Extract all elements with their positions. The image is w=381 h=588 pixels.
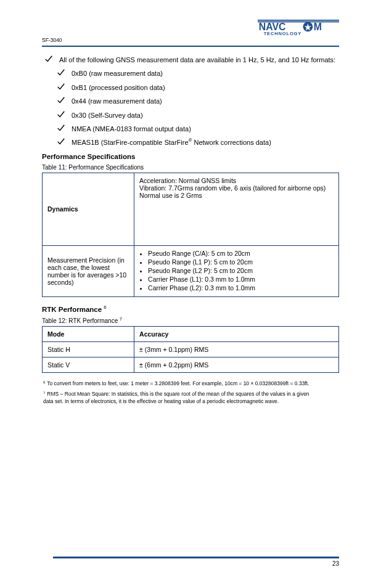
cell-accuracy: ± (6mm + 0.2ppm) RMS	[134, 357, 339, 372]
svg-rect-0	[258, 20, 339, 21]
list-item: 0xB1 (processed position data)	[57, 83, 339, 92]
list-item: 0x44 (raw measurement data)	[57, 97, 339, 106]
list-item: Pseudo Range (L2 P): 5 cm to 20cm	[148, 267, 334, 274]
list-item: Pseudo Range (L1 P): 5 cm to 20cm	[148, 258, 334, 266]
table2-caption-text: Table 12: RTK Performance	[42, 317, 118, 324]
footnote-ref-7: 7	[120, 317, 122, 321]
bullet-text: MEAS1B (StarFire-compatible StarFire	[72, 139, 189, 146]
dynamics-text: Acceleration: Normal GNSS limits Vibrati…	[139, 177, 334, 199]
bullet-text: 0xB0 (raw measurement data)	[72, 70, 163, 77]
col-mode: Mode	[43, 326, 134, 341]
checkmark-icon	[57, 96, 65, 105]
bullet-text: 0xB1 (processed position data)	[72, 84, 165, 91]
table-header-row: Mode Accuracy	[43, 326, 339, 341]
intro-bullet-list: All of the following GNSS measurement da…	[44, 55, 339, 65]
footnote-7: ⁷ RMS – Root Mean Square: In statistics,…	[43, 391, 321, 405]
page-number: 23	[0, 560, 339, 567]
table-row: Static V ± (6mm + 0.2ppm) RMS	[43, 357, 339, 372]
bullet-text-cont: Network corrections data)	[194, 139, 271, 146]
checkmark-icon	[44, 55, 53, 63]
list-item: NMEA (NMEA-0183 format output data)	[57, 125, 339, 134]
rtk-performance-table: Mode Accuracy Static H ± (3mm + 0.1ppm) …	[42, 326, 339, 373]
table1-caption: Table 11: Performance Specifications	[42, 164, 339, 171]
section-heading-rtk: RTK Performance 6	[42, 304, 339, 313]
table-row: Static H ± (3mm + 0.1ppm) RMS	[43, 341, 339, 357]
header-rule	[42, 46, 339, 47]
sub-bullet-list: 0xB0 (raw measurement data) 0xB1 (proces…	[57, 69, 339, 147]
list-item: Pseudo Range (C/A): 5 cm to 20cm	[148, 250, 334, 257]
page-header: SF-3040 NAVC M TECHNOLOGY	[42, 26, 339, 43]
measurement-list: Pseudo Range (C/A): 5 cm to 20cm Pseudo …	[148, 250, 334, 292]
bullet-text: NMEA (NMEA-0183 format output data)	[72, 125, 191, 133]
list-item: Carrier Phase (L2): 0.3 mm to 1.0mm	[148, 284, 334, 292]
rtk-heading-text: RTK Performance	[42, 306, 102, 313]
list-item: MEAS1B (StarFire-compatible StarFire® Ne…	[57, 138, 339, 147]
performance-spec-table: Dynamics Acceleration: Normal GNSS limit…	[42, 173, 339, 297]
checkmark-icon	[57, 137, 65, 146]
list-item: All of the following GNSS measurement da…	[44, 55, 339, 65]
cell-mode: Static H	[43, 341, 134, 357]
section-heading-performance: Performance Specifications	[42, 153, 339, 160]
registered-mark: ®	[189, 138, 192, 144]
cell-accuracy: ± (3mm + 0.1ppm) RMS	[134, 341, 339, 357]
svg-text:M: M	[314, 22, 322, 32]
checkmark-icon	[57, 68, 65, 77]
model-label: SF-3040	[42, 37, 62, 43]
cell-label: Measurement Precision (in each case, the…	[43, 245, 134, 296]
footer-rule	[53, 557, 339, 558]
checkmark-icon	[57, 83, 65, 91]
cell-mode: Static V	[43, 357, 134, 372]
col-accuracy: Accuracy	[134, 326, 339, 341]
checkmark-icon	[57, 110, 65, 119]
cell-value: Pseudo Range (C/A): 5 cm to 20cm Pseudo …	[134, 245, 339, 296]
svg-text:NAVC: NAVC	[259, 22, 286, 32]
list-item: Carrier Phase (L1): 0.3 mm to 1.0mm	[148, 276, 334, 283]
measurement-label: Measurement Precision (in each case, the…	[47, 256, 126, 286]
cell-value: Acceleration: Normal GNSS limits Vibrati…	[134, 173, 339, 245]
list-item: 0xB0 (raw measurement data)	[57, 69, 339, 78]
footnote-ref-6: 6	[104, 304, 106, 310]
checkmark-icon	[57, 124, 65, 133]
table-row: Dynamics Acceleration: Normal GNSS limit…	[43, 173, 339, 245]
table2-caption: Table 12: RTK Performance 7	[42, 317, 339, 324]
intro-text: All of the following GNSS measurement da…	[59, 56, 335, 63]
footnote-6: ⁶ To convert from meters to feet, use: 1…	[43, 380, 321, 387]
navcom-logo: NAVC M TECHNOLOGY	[258, 17, 339, 39]
list-item: 0x30 (Self-Survey data)	[57, 111, 339, 120]
table-row: Measurement Precision (in each case, the…	[43, 245, 339, 296]
bullet-text: 0x44 (raw measurement data)	[72, 97, 162, 105]
svg-text:TECHNOLOGY: TECHNOLOGY	[264, 31, 302, 36]
bullet-text: 0x30 (Self-Survey data)	[72, 112, 143, 119]
cell-label: Dynamics	[43, 173, 134, 245]
